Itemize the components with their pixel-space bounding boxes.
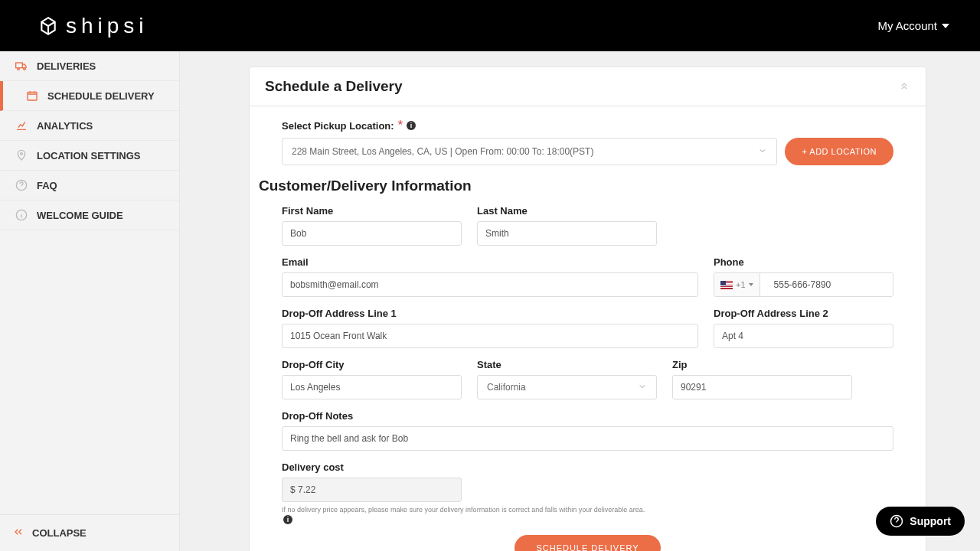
- pickup-location-value: 228 Main Street, Los Angeles, CA, US | O…: [292, 146, 593, 157]
- last-name-label: Last Name: [477, 205, 657, 217]
- phone-country-prefix[interactable]: +1: [714, 273, 760, 296]
- sidebar-item-schedule-delivery[interactable]: SCHEDULE DELIVERY: [0, 81, 179, 111]
- sidebar-item-label: WELCOME GUIDE: [37, 210, 123, 221]
- zip-label: Zip: [672, 359, 852, 370]
- schedule-card: Schedule a Delivery Select Pickup Locati…: [249, 67, 926, 551]
- shipsi-logo-icon: [38, 16, 58, 36]
- address-line-1-input[interactable]: [282, 324, 698, 348]
- info-tooltip-icon[interactable]: i: [407, 121, 416, 130]
- support-label: Support: [910, 515, 951, 527]
- sidebar-item-welcome-guide[interactable]: WELCOME GUIDE: [0, 201, 179, 230]
- collapse-label: COLLAPSE: [32, 527, 87, 539]
- main-content: Schedule a Delivery Select Pickup Locati…: [180, 51, 980, 551]
- addr1-label: Drop-Off Address Line 1: [282, 308, 698, 319]
- pickup-location-select[interactable]: 228 Main Street, Los Angeles, CA, US | O…: [282, 138, 777, 165]
- sidebar-item-deliveries[interactable]: DELIVERIES: [0, 51, 179, 81]
- sidebar-item-label: DELIVERIES: [37, 60, 96, 72]
- svg-rect-3: [28, 92, 37, 100]
- svg-rect-0: [16, 63, 23, 68]
- chevrons-up-icon[interactable]: [898, 79, 910, 94]
- app-header: shipsi My Account: [0, 0, 980, 51]
- city-input[interactable]: [282, 375, 462, 399]
- account-dropdown[interactable]: My Account: [877, 19, 949, 32]
- customer-section-title: Customer/Delivery Information: [259, 178, 893, 194]
- sidebar-item-label: FAQ: [37, 180, 57, 191]
- us-flag-icon: [720, 281, 733, 289]
- first-name-label: First Name: [282, 205, 462, 217]
- sidebar-item-label: ANALYTICS: [37, 120, 93, 132]
- brand-logo: shipsi: [38, 14, 149, 38]
- caret-down-icon: [942, 24, 949, 28]
- info-icon: [15, 209, 28, 221]
- info-tooltip-icon[interactable]: i: [283, 515, 292, 524]
- state-select[interactable]: California: [477, 375, 657, 399]
- pickup-location-label: Select Pickup Location:: [282, 120, 394, 132]
- sidebar-item-label: SCHEDULE DELIVERY: [47, 90, 155, 102]
- card-title: Schedule a Delivery: [265, 78, 403, 95]
- notes-input[interactable]: [282, 426, 893, 451]
- cost-label: Delivery cost: [282, 461, 462, 473]
- chevron-down-icon: [638, 382, 647, 393]
- city-label: Drop-Off City: [282, 359, 462, 370]
- state-value: California: [487, 382, 526, 393]
- required-asterisk: *: [398, 119, 403, 132]
- address-line-2-input[interactable]: [714, 324, 893, 348]
- last-name-input[interactable]: [477, 221, 657, 246]
- truck-icon: [15, 60, 28, 72]
- zip-input[interactable]: [672, 375, 852, 399]
- svg-point-4: [21, 153, 23, 155]
- svg-point-2: [24, 68, 26, 70]
- phone-field[interactable]: +1: [714, 272, 893, 297]
- sidebar-item-analytics[interactable]: ANALYTICS: [0, 111, 179, 141]
- sidebar: DELIVERIES SCHEDULE DELIVERY ANALYTICS L…: [0, 51, 180, 551]
- pin-icon: [15, 149, 28, 161]
- collapse-sidebar-button[interactable]: COLLAPSE: [0, 514, 179, 551]
- email-label: Email: [282, 256, 698, 268]
- phone-prefix-text: +1: [736, 280, 746, 289]
- first-name-input[interactable]: [282, 221, 462, 246]
- brand-text: shipsi: [66, 14, 149, 38]
- account-label: My Account: [877, 19, 937, 32]
- schedule-delivery-button[interactable]: SCHEDULE DELIVERY: [514, 535, 660, 551]
- phone-input[interactable]: [760, 273, 893, 296]
- email-input[interactable]: [282, 272, 698, 297]
- phone-label: Phone: [714, 256, 893, 268]
- notes-label: Drop-Off Notes: [282, 410, 893, 422]
- sidebar-item-faq[interactable]: FAQ: [0, 171, 179, 201]
- support-button[interactable]: Support: [876, 507, 965, 536]
- sidebar-item-location-settings[interactable]: LOCATION SETTINGS: [0, 141, 179, 171]
- cost-disclaimer: If no delivery price appears, please mak…: [282, 505, 649, 524]
- chevrons-left-icon: [12, 526, 24, 540]
- caret-down-icon: [749, 283, 753, 286]
- card-header: Schedule a Delivery: [250, 67, 926, 106]
- chevron-down-icon: [758, 146, 767, 158]
- sidebar-item-label: LOCATION SETTINGS: [37, 150, 141, 161]
- help-icon: [890, 514, 903, 528]
- addr2-label: Drop-Off Address Line 2: [714, 308, 893, 319]
- chart-icon: [15, 119, 28, 132]
- delivery-cost-value: [282, 478, 462, 502]
- question-icon: [15, 179, 28, 191]
- calendar-icon: [26, 90, 38, 102]
- svg-point-1: [18, 68, 20, 70]
- state-label: State: [477, 359, 657, 370]
- add-location-button[interactable]: + ADD LOCATION: [785, 138, 893, 165]
